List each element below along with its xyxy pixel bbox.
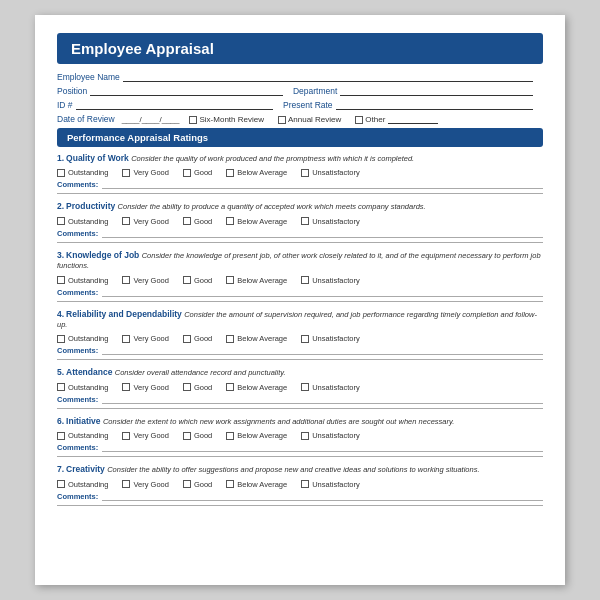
checkbox-item-5-1[interactable]: Outstanding <box>57 383 108 392</box>
checkbox-3-5[interactable] <box>301 276 309 284</box>
checkbox-5-3[interactable] <box>183 383 191 391</box>
checkbox-3-4[interactable] <box>226 276 234 284</box>
checkbox-2-1[interactable] <box>57 217 65 225</box>
checkbox-item-3-5[interactable]: Unsatisfactory <box>301 276 360 285</box>
checkbox-7-1[interactable] <box>57 480 65 488</box>
checkbox-6-5[interactable] <box>301 432 309 440</box>
comments-line-1[interactable] <box>102 181 543 189</box>
other-option[interactable]: Other <box>355 115 438 124</box>
checkbox-7-5[interactable] <box>301 480 309 488</box>
checkbox-3-3[interactable] <box>183 276 191 284</box>
checkbox-item-3-3[interactable]: Good <box>183 276 212 285</box>
checkbox-1-3[interactable] <box>183 169 191 177</box>
checkbox-1-4[interactable] <box>226 169 234 177</box>
checkbox-item-6-5[interactable]: Unsatisfactory <box>301 431 360 440</box>
checkbox-7-3[interactable] <box>183 480 191 488</box>
checkbox-2-4[interactable] <box>226 217 234 225</box>
checkbox-item-4-1[interactable]: Outstanding <box>57 334 108 343</box>
checkbox-item-5-2[interactable]: Very Good <box>122 383 168 392</box>
checkbox-item-4-3[interactable]: Good <box>183 334 212 343</box>
section-header: Performance Appraisal Ratings <box>57 128 543 147</box>
checkbox-3-2[interactable] <box>122 276 130 284</box>
checkbox-4-3[interactable] <box>183 335 191 343</box>
checkbox-item-6-3[interactable]: Good <box>183 431 212 440</box>
rating-desc-1: Consider the quality of work produced an… <box>131 154 414 163</box>
checkbox-item-7-5[interactable]: Unsatisfactory <box>301 480 360 489</box>
checkbox-item-7-1[interactable]: Outstanding <box>57 480 108 489</box>
comments-line-2[interactable] <box>102 230 543 238</box>
checkbox-item-3-4[interactable]: Below Average <box>226 276 287 285</box>
checkbox-item-5-5[interactable]: Unsatisfactory <box>301 383 360 392</box>
checkbox-item-6-1[interactable]: Outstanding <box>57 431 108 440</box>
comments-row-2: Comments: <box>57 229 543 238</box>
comments-line-7[interactable] <box>102 493 543 501</box>
position-line[interactable] <box>90 86 283 96</box>
checkbox-item-2-2[interactable]: Very Good <box>122 217 168 226</box>
checkbox-item-7-4[interactable]: Below Average <box>226 480 287 489</box>
comments-row-5: Comments: <box>57 395 543 404</box>
employee-name-label: Employee Name <box>57 72 120 82</box>
checkbox-6-2[interactable] <box>122 432 130 440</box>
checkbox-item-4-2[interactable]: Very Good <box>122 334 168 343</box>
checkbox-7-2[interactable] <box>122 480 130 488</box>
ratings-container: 1.Quality of Work Consider the quality o… <box>57 153 543 506</box>
checkbox-6-4[interactable] <box>226 432 234 440</box>
checkbox-item-4-4[interactable]: Below Average <box>226 334 287 343</box>
comments-line-3[interactable] <box>102 289 543 297</box>
rating-title-row-5: 5.Attendance Consider overall attendance… <box>57 367 543 378</box>
comments-line-4[interactable] <box>102 347 543 355</box>
checkbox-4-2[interactable] <box>122 335 130 343</box>
id-line[interactable] <box>76 100 273 110</box>
present-rate-line[interactable] <box>336 100 533 110</box>
checkbox-item-6-2[interactable]: Very Good <box>122 431 168 440</box>
checkbox-item-2-1[interactable]: Outstanding <box>57 217 108 226</box>
checkbox-item-4-5[interactable]: Unsatisfactory <box>301 334 360 343</box>
checkbox-1-1[interactable] <box>57 169 65 177</box>
checkbox-item-2-4[interactable]: Below Average <box>226 217 287 226</box>
checkbox-5-5[interactable] <box>301 383 309 391</box>
checkbox-item-3-2[interactable]: Very Good <box>122 276 168 285</box>
comments-label-7: Comments: <box>57 492 98 501</box>
checkbox-item-5-4[interactable]: Below Average <box>226 383 287 392</box>
checkbox-7-4[interactable] <box>226 480 234 488</box>
checkbox-item-7-3[interactable]: Good <box>183 480 212 489</box>
comments-label-2: Comments: <box>57 229 98 238</box>
checkbox-item-6-4[interactable]: Below Average <box>226 431 287 440</box>
annual-checkbox[interactable] <box>278 116 286 124</box>
checkbox-2-3[interactable] <box>183 217 191 225</box>
checkbox-5-4[interactable] <box>226 383 234 391</box>
checkbox-item-2-5[interactable]: Unsatisfactory <box>301 217 360 226</box>
six-month-checkbox[interactable] <box>189 116 197 124</box>
checkbox-item-7-2[interactable]: Very Good <box>122 480 168 489</box>
checkbox-item-1-4[interactable]: Below Average <box>226 168 287 177</box>
checkbox-item-3-1[interactable]: Outstanding <box>57 276 108 285</box>
checkbox-4-1[interactable] <box>57 335 65 343</box>
other-line[interactable] <box>388 116 438 124</box>
checkbox-label-7-5: Unsatisfactory <box>312 480 360 489</box>
checkbox-item-1-3[interactable]: Good <box>183 168 212 177</box>
checkbox-4-4[interactable] <box>226 335 234 343</box>
rating-num-2: 2. <box>57 201 64 211</box>
annual-option[interactable]: Annual Review <box>278 115 341 124</box>
checkbox-2-5[interactable] <box>301 217 309 225</box>
six-month-option[interactable]: Six-Month Review <box>189 115 263 124</box>
checkbox-3-1[interactable] <box>57 276 65 284</box>
checkbox-6-1[interactable] <box>57 432 65 440</box>
checkbox-5-1[interactable] <box>57 383 65 391</box>
comments-line-6[interactable] <box>102 444 543 452</box>
employee-name-line[interactable] <box>123 72 533 82</box>
checkbox-item-5-3[interactable]: Good <box>183 383 212 392</box>
department-line[interactable] <box>340 86 533 96</box>
checkbox-2-2[interactable] <box>122 217 130 225</box>
checkbox-1-2[interactable] <box>122 169 130 177</box>
checkbox-6-3[interactable] <box>183 432 191 440</box>
checkbox-1-5[interactable] <box>301 169 309 177</box>
checkbox-item-1-5[interactable]: Unsatisfactory <box>301 168 360 177</box>
other-checkbox[interactable] <box>355 116 363 124</box>
checkbox-4-5[interactable] <box>301 335 309 343</box>
checkbox-item-1-2[interactable]: Very Good <box>122 168 168 177</box>
checkbox-item-1-1[interactable]: Outstanding <box>57 168 108 177</box>
checkbox-item-2-3[interactable]: Good <box>183 217 212 226</box>
checkbox-5-2[interactable] <box>122 383 130 391</box>
comments-line-5[interactable] <box>102 396 543 404</box>
